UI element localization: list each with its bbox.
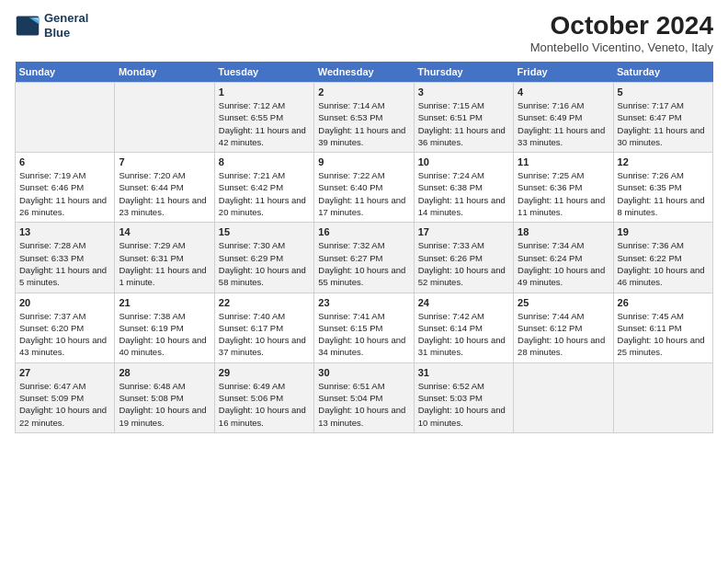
daylight-text: Daylight: 11 hours and 11 minutes. bbox=[518, 194, 609, 219]
sunrise-text: Sunrise: 7:24 AM bbox=[418, 169, 509, 181]
day-number: 5 bbox=[618, 86, 709, 98]
calendar-header: Sunday Monday Tuesday Wednesday Thursday… bbox=[16, 62, 713, 83]
sunrise-text: Sunrise: 7:38 AM bbox=[119, 310, 210, 322]
sunrise-text: Sunrise: 7:16 AM bbox=[518, 99, 609, 111]
sunset-text: Sunset: 6:40 PM bbox=[318, 181, 409, 193]
sunset-text: Sunset: 6:14 PM bbox=[418, 322, 509, 334]
day-number: 8 bbox=[219, 156, 310, 167]
day-number: 1 bbox=[219, 86, 310, 98]
sunrise-text: Sunrise: 7:15 AM bbox=[418, 99, 509, 111]
logo: General Blue bbox=[15, 11, 88, 40]
day-number: 19 bbox=[618, 226, 709, 237]
sunrise-text: Sunrise: 7:32 AM bbox=[318, 239, 409, 251]
daylight-text: Daylight: 10 hours and 16 minutes. bbox=[219, 404, 310, 429]
sunrise-text: Sunrise: 7:17 AM bbox=[618, 99, 709, 111]
sunrise-text: Sunrise: 6:52 AM bbox=[418, 380, 509, 392]
calendar-cell: 3 Sunrise: 7:15 AM Sunset: 6:51 PM Dayli… bbox=[414, 83, 513, 153]
calendar-cell: 17 Sunrise: 7:33 AM Sunset: 6:26 PM Dayl… bbox=[414, 223, 513, 293]
sunset-text: Sunset: 6:29 PM bbox=[219, 252, 310, 264]
calendar-week-3: 13 Sunrise: 7:28 AM Sunset: 6:33 PM Dayl… bbox=[16, 223, 713, 293]
sunset-text: Sunset: 5:04 PM bbox=[318, 392, 409, 404]
sunset-text: Sunset: 6:35 PM bbox=[618, 181, 709, 193]
calendar-cell: 4 Sunrise: 7:16 AM Sunset: 6:49 PM Dayli… bbox=[514, 83, 613, 153]
daylight-text: Daylight: 11 hours and 42 minutes. bbox=[219, 124, 310, 149]
daylight-text: Daylight: 11 hours and 26 minutes. bbox=[19, 194, 110, 219]
calendar-cell: 23 Sunrise: 7:41 AM Sunset: 6:15 PM Dayl… bbox=[314, 293, 414, 362]
sunset-text: Sunset: 6:24 PM bbox=[518, 252, 609, 264]
sunset-text: Sunset: 6:49 PM bbox=[518, 111, 609, 123]
sunrise-text: Sunrise: 7:26 AM bbox=[618, 169, 709, 181]
month-title: October 2024 bbox=[530, 11, 713, 40]
day-number: 12 bbox=[618, 156, 709, 167]
calendar-cell: 26 Sunrise: 7:45 AM Sunset: 6:11 PM Dayl… bbox=[613, 293, 712, 362]
sunset-text: Sunset: 6:26 PM bbox=[418, 252, 509, 264]
calendar-cell bbox=[613, 362, 712, 432]
day-number: 30 bbox=[318, 367, 409, 378]
day-number: 11 bbox=[518, 156, 609, 167]
calendar-page: General Blue October 2024 Montebello Vic… bbox=[0, 0, 728, 444]
day-number: 23 bbox=[318, 297, 409, 308]
sunset-text: Sunset: 6:33 PM bbox=[19, 252, 110, 264]
day-number: 24 bbox=[418, 297, 509, 308]
sunrise-text: Sunrise: 7:45 AM bbox=[618, 310, 709, 322]
daylight-text: Daylight: 10 hours and 25 minutes. bbox=[618, 334, 709, 359]
calendar-cell: 2 Sunrise: 7:14 AM Sunset: 6:53 PM Dayli… bbox=[314, 83, 414, 153]
sunset-text: Sunset: 5:03 PM bbox=[418, 392, 509, 404]
calendar-cell: 22 Sunrise: 7:40 AM Sunset: 6:17 PM Dayl… bbox=[214, 293, 313, 362]
day-number: 22 bbox=[219, 297, 310, 308]
calendar-week-4: 20 Sunrise: 7:37 AM Sunset: 6:20 PM Dayl… bbox=[16, 293, 713, 362]
location: Montebello Vicentino, Veneto, Italy bbox=[530, 40, 713, 54]
sunset-text: Sunset: 6:20 PM bbox=[19, 322, 110, 334]
calendar-cell: 20 Sunrise: 7:37 AM Sunset: 6:20 PM Dayl… bbox=[16, 293, 115, 362]
calendar-cell: 8 Sunrise: 7:21 AM Sunset: 6:42 PM Dayli… bbox=[214, 153, 313, 223]
logo-line2: Blue bbox=[44, 26, 70, 40]
header-row: Sunday Monday Tuesday Wednesday Thursday… bbox=[16, 62, 713, 83]
day-number: 26 bbox=[618, 297, 709, 308]
calendar-cell: 7 Sunrise: 7:20 AM Sunset: 6:44 PM Dayli… bbox=[115, 153, 214, 223]
daylight-text: Daylight: 11 hours and 20 minutes. bbox=[219, 194, 310, 219]
sunrise-text: Sunrise: 7:44 AM bbox=[518, 310, 609, 322]
sunrise-text: Sunrise: 7:25 AM bbox=[518, 169, 609, 181]
day-number: 3 bbox=[418, 86, 509, 98]
sunrise-text: Sunrise: 7:21 AM bbox=[219, 169, 310, 181]
calendar-cell bbox=[514, 362, 613, 432]
daylight-text: Daylight: 11 hours and 33 minutes. bbox=[518, 124, 609, 149]
sunrise-text: Sunrise: 7:37 AM bbox=[19, 310, 110, 322]
daylight-text: Daylight: 10 hours and 52 minutes. bbox=[418, 264, 509, 289]
calendar-cell: 11 Sunrise: 7:25 AM Sunset: 6:36 PM Dayl… bbox=[514, 153, 613, 223]
sunset-text: Sunset: 6:17 PM bbox=[219, 322, 310, 334]
daylight-text: Daylight: 10 hours and 28 minutes. bbox=[518, 334, 609, 359]
calendar-cell: 14 Sunrise: 7:29 AM Sunset: 6:31 PM Dayl… bbox=[115, 223, 214, 293]
sunset-text: Sunset: 6:46 PM bbox=[19, 181, 110, 193]
day-number: 21 bbox=[119, 297, 210, 308]
sunset-text: Sunset: 5:06 PM bbox=[219, 392, 310, 404]
sunset-text: Sunset: 6:55 PM bbox=[219, 111, 310, 123]
calendar-body: 1 Sunrise: 7:12 AM Sunset: 6:55 PM Dayli… bbox=[16, 83, 713, 433]
daylight-text: Daylight: 10 hours and 22 minutes. bbox=[19, 404, 110, 429]
sunrise-text: Sunrise: 6:47 AM bbox=[19, 380, 110, 392]
sunset-text: Sunset: 5:09 PM bbox=[19, 392, 110, 404]
sunset-text: Sunset: 6:19 PM bbox=[119, 322, 210, 334]
sunset-text: Sunset: 6:15 PM bbox=[318, 322, 409, 334]
sunrise-text: Sunrise: 7:28 AM bbox=[19, 239, 110, 251]
calendar-cell: 5 Sunrise: 7:17 AM Sunset: 6:47 PM Dayli… bbox=[613, 83, 712, 153]
col-tuesday: Tuesday bbox=[214, 62, 313, 83]
calendar-cell: 13 Sunrise: 7:28 AM Sunset: 6:33 PM Dayl… bbox=[16, 223, 115, 293]
daylight-text: Daylight: 11 hours and 39 minutes. bbox=[318, 124, 409, 149]
day-number: 25 bbox=[518, 297, 609, 308]
daylight-text: Daylight: 11 hours and 23 minutes. bbox=[119, 194, 210, 219]
sunrise-text: Sunrise: 7:34 AM bbox=[518, 239, 609, 251]
sunset-text: Sunset: 6:47 PM bbox=[618, 111, 709, 123]
calendar-cell: 24 Sunrise: 7:42 AM Sunset: 6:14 PM Dayl… bbox=[414, 293, 513, 362]
sunset-text: Sunset: 6:38 PM bbox=[418, 181, 509, 193]
day-number: 27 bbox=[19, 367, 110, 378]
calendar-cell: 9 Sunrise: 7:22 AM Sunset: 6:40 PM Dayli… bbox=[314, 153, 414, 223]
calendar-cell: 12 Sunrise: 7:26 AM Sunset: 6:35 PM Dayl… bbox=[613, 153, 712, 223]
day-number: 31 bbox=[418, 367, 509, 378]
daylight-text: Daylight: 11 hours and 17 minutes. bbox=[318, 194, 409, 219]
sunrise-text: Sunrise: 6:51 AM bbox=[318, 380, 409, 392]
sunset-text: Sunset: 6:51 PM bbox=[418, 111, 509, 123]
calendar-cell: 15 Sunrise: 7:30 AM Sunset: 6:29 PM Dayl… bbox=[214, 223, 313, 293]
calendar-cell: 25 Sunrise: 7:44 AM Sunset: 6:12 PM Dayl… bbox=[514, 293, 613, 362]
sunrise-text: Sunrise: 7:29 AM bbox=[119, 239, 210, 251]
